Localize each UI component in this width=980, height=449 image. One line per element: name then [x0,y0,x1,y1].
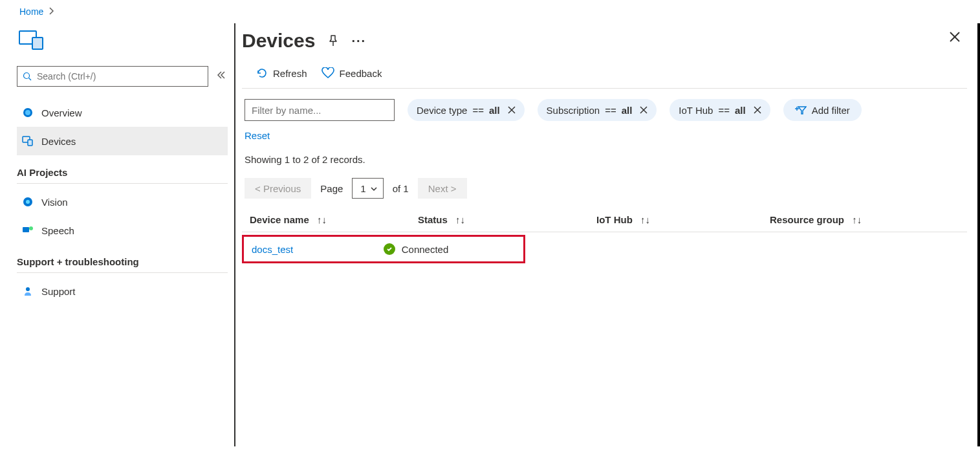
filter-label: Device type [417,105,467,116]
sidebar-item-label: Support [41,286,76,297]
close-icon [754,106,761,114]
filter-value: all [735,105,746,116]
filter-op: == [718,105,730,116]
feedback-button[interactable]: Feedback [321,67,382,79]
remove-filter-button[interactable] [754,105,761,116]
filter-op: == [605,105,616,116]
svg-rect-10 [23,227,29,232]
column-header-iot-hub[interactable]: IoT Hub ↑↓ [596,214,770,225]
sidebar-item-label: Speech [41,225,74,236]
page-header: Devices ··· [242,30,967,52]
add-filter-button[interactable]: Add filter [783,99,862,121]
page-value: 1 [360,183,365,194]
pin-button[interactable] [328,35,338,47]
filter-value: all [489,105,500,116]
sort-icon: ↑↓ [317,214,327,225]
breadcrumb: Home [0,0,980,23]
column-header-device-name[interactable]: Device name ↑↓ [242,214,418,225]
double-chevron-left-icon [217,71,226,80]
filter-pill-subscription[interactable]: Subscription == all [538,99,657,121]
page-select[interactable]: 1 [352,178,383,199]
filter-label: IoT Hub [679,105,713,116]
refresh-button[interactable]: Refresh [256,67,307,79]
sidebar-item-speech[interactable]: Speech [17,216,228,245]
toolbar-label: Feedback [340,68,382,79]
status-connected-icon [384,243,395,255]
filter-name-input[interactable] [245,99,395,121]
status-text: Connected [402,244,449,255]
right-edge-bar [977,23,980,446]
column-header-status[interactable]: Status ↑↓ [418,214,596,225]
devices-icon [22,135,34,147]
support-icon [22,285,34,297]
divider [242,88,967,89]
speech-icon [22,224,34,236]
remove-filter-button[interactable] [640,105,648,116]
vision-icon [22,196,34,208]
svg-point-2 [24,73,30,79]
page-label: Page [320,183,343,194]
close-icon [949,31,961,43]
filter-bar: Device type == all Subscription == all I… [245,99,967,121]
sort-icon: ↑↓ [640,214,650,225]
divider [17,183,228,184]
breadcrumb-home-link[interactable]: Home [19,6,43,17]
pagination: < Previous Page 1 of 1 Next > [245,178,967,199]
page-title: Devices [242,30,315,52]
search-icon [23,72,32,81]
svg-point-11 [29,226,33,230]
next-page-button[interactable]: Next > [418,178,467,199]
svg-line-3 [29,78,32,81]
sidebar-item-label: Overview [41,107,82,118]
status-cell: Connected [384,243,523,255]
highlighted-row: docs_test Connected [242,235,525,263]
sidebar-item-devices[interactable]: Devices [17,127,228,155]
sidebar: Overview Devices AI Projects Vision Spe [0,23,234,446]
close-button[interactable] [949,30,961,47]
sidebar-item-label: Devices [41,136,76,147]
sort-icon: ↑↓ [852,214,862,225]
remove-filter-button[interactable] [508,105,516,116]
filter-pill-device-type[interactable]: Device type == all [408,99,525,121]
add-filter-icon [795,105,807,115]
close-icon [640,106,648,114]
divider [17,272,228,273]
toolbar-label: Refresh [273,68,307,79]
svg-point-9 [26,200,30,204]
header-label: Resource group [770,214,844,225]
devices-table: Device name ↑↓ Status ↑↓ IoT Hub ↑↓ Reso… [242,214,967,263]
main-content: Devices ··· Refresh [234,23,980,446]
sidebar-search-input[interactable] [37,71,202,82]
table-row[interactable]: docs_test Connected [244,243,523,255]
close-icon [508,106,516,114]
svg-rect-7 [28,140,32,146]
header-label: Device name [250,214,309,225]
sidebar-search-box[interactable] [17,66,208,87]
previous-page-button[interactable]: < Previous [245,178,311,199]
chevron-right-icon [49,6,55,17]
refresh-icon [256,67,268,79]
heart-icon [321,67,334,79]
add-filter-label: Add filter [812,105,850,116]
device-name-link[interactable]: docs_test [244,244,384,255]
more-button[interactable]: ··· [351,34,366,49]
collapse-sidebar-button[interactable] [215,71,228,82]
sidebar-section-support: Support + troubleshooting [17,256,228,267]
sort-icon: ↑↓ [455,214,465,225]
filter-value: all [622,105,633,116]
sidebar-item-vision[interactable]: Vision [17,188,228,216]
sidebar-section-ai-projects: AI Projects [17,167,228,178]
header-label: IoT Hub [596,214,633,225]
svg-point-5 [25,110,30,115]
svg-rect-1 [32,38,43,49]
record-count-text: Showing 1 to 2 of 2 records. [245,154,967,165]
table-header-row: Device name ↑↓ Status ↑↓ IoT Hub ↑↓ Reso… [242,214,967,232]
svg-point-12 [26,287,30,291]
sidebar-item-label: Vision [41,197,68,208]
reset-filters-link[interactable]: Reset [245,130,270,141]
sidebar-item-overview[interactable]: Overview [17,98,228,127]
filter-pill-iot-hub[interactable]: IoT Hub == all [670,99,770,121]
column-header-resource-group[interactable]: Resource group ↑↓ [770,214,967,225]
sidebar-item-support[interactable]: Support [17,277,228,305]
chevron-down-icon [370,184,378,195]
